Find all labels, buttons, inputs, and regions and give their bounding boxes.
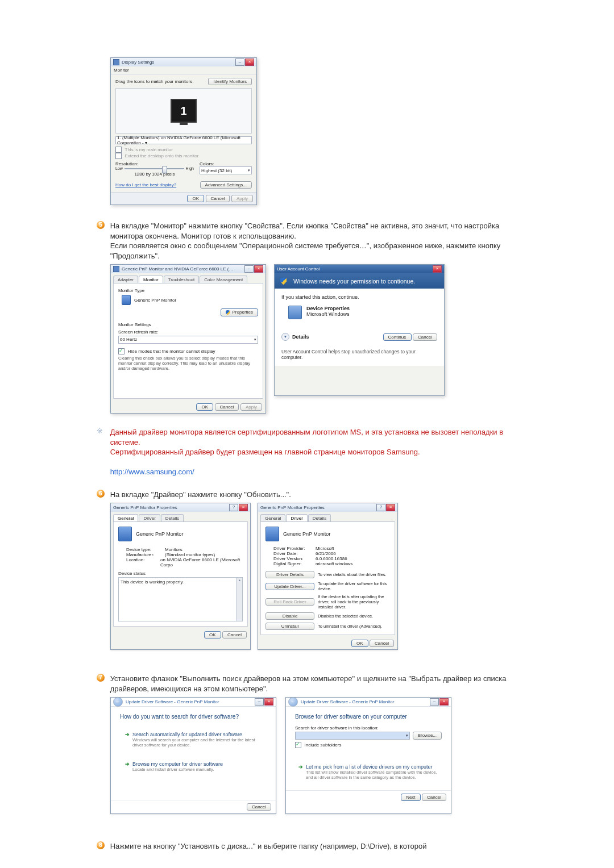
ok-button[interactable]: OK [351, 640, 368, 647]
device-name: Generic PnP Monitor [136, 531, 183, 537]
driver-details-button[interactable]: Driver Details [265, 571, 314, 578]
close-icon[interactable]: × [386, 504, 395, 511]
tab-driver[interactable]: Driver [139, 514, 160, 521]
back-icon[interactable]: ← [113, 697, 123, 707]
uac-device-props: Device Properties [306, 306, 350, 311]
step-8-badge: 8 [97, 841, 105, 849]
next-button[interactable]: Next [401, 794, 420, 801]
ok-button[interactable]: OK [204, 631, 221, 639]
tab-general[interactable]: General [260, 514, 285, 521]
close-icon[interactable]: × [239, 504, 248, 511]
arrow-right-icon: ➔ [125, 732, 130, 748]
close-icon[interactable]: × [245, 59, 254, 66]
uac-publisher: Microsoft Windows [306, 311, 350, 317]
tab-details[interactable]: Details [161, 514, 184, 521]
ms-cert-note-2: Сертифицированный драйвер будет размещен… [110, 448, 420, 456]
monitor-select-dropdown[interactable]: 1. (Multiple Monitors) on NVIDIA GeForce… [115, 136, 252, 144]
step-8-text: Нажмите на кнопку "Установить с диска...… [110, 841, 508, 852]
tab-troubleshoot[interactable]: Troubleshoot [164, 276, 199, 283]
extend-desktop-checkbox [115, 153, 122, 159]
step-7-text: Установите флажок "Выполнить поиск драйв… [110, 674, 508, 694]
version-label: Driver Version: [273, 556, 316, 561]
hide-modes-checkbox[interactable] [118, 348, 125, 354]
pick-from-list-option[interactable]: ➔ Let me pick from a list of device driv… [295, 761, 442, 783]
breadcrumb: Update Driver Software - Generic PnP Mon… [301, 699, 394, 704]
tab-color-management[interactable]: Color Management [200, 276, 247, 283]
refresh-rate-dropdown[interactable]: 60 Hertz▾ [118, 336, 258, 344]
minimize-icon[interactable]: – [244, 265, 254, 273]
window-title: Generic PnP Monitor and NVIDIA GeForce 6… [122, 266, 235, 272]
ok-button[interactable]: OK [196, 403, 213, 411]
pnp-general-window: Generic PnP Monitor Properties ?× Genera… [110, 503, 251, 650]
help-icon[interactable]: ? [229, 504, 238, 511]
step-6-text: На вкладке "Драйвер" нажмите кнопку "Обн… [110, 490, 508, 500]
colors-label: Colors: [200, 161, 252, 166]
window-title: User Account Control [277, 266, 320, 272]
update-driver-button[interactable]: Update Driver... [265, 583, 314, 590]
samsung-url[interactable]: http://www.samsung.com/ [110, 468, 194, 476]
colors-dropdown[interactable]: Highest (32 bit)▾ [200, 166, 252, 174]
advanced-settings-button[interactable]: Advanced Settings... [200, 181, 252, 189]
location-input[interactable]: ▾ [295, 732, 410, 740]
monitor-icon [265, 527, 279, 541]
minimize-icon[interactable]: – [430, 698, 439, 706]
breadcrumb: Update Driver Software - Generic PnP Mon… [126, 699, 219, 704]
step-7-badge: 7 [97, 674, 105, 682]
ok-button[interactable]: OK [187, 195, 204, 202]
close-icon[interactable]: × [439, 698, 449, 706]
continue-button[interactable]: Continue [383, 333, 412, 341]
chevron-down-icon[interactable]: ▾ [281, 333, 289, 341]
minimize-icon[interactable]: – [235, 59, 244, 66]
resolution-slider[interactable] [125, 168, 184, 169]
scrollbar[interactable]: ▴ [236, 578, 242, 621]
tab-adapter[interactable]: Adapter [113, 276, 138, 283]
monitor-properties-window: Generic PnP Monitor and NVIDIA GeForce 6… [110, 264, 266, 414]
cancel-button[interactable]: Cancel [247, 803, 271, 811]
tab-monitor[interactable]: Monitor [139, 276, 163, 283]
cancel-button[interactable]: Cancel [206, 195, 230, 202]
cancel-button[interactable]: Cancel [222, 631, 247, 639]
device-icon [288, 306, 302, 319]
close-icon[interactable]: × [264, 698, 273, 706]
driver-wizard-search-window: ← Update Driver Software - Generic PnP M… [110, 697, 276, 814]
refresh-rate-label: Screen refresh rate: [118, 329, 258, 335]
uninstall-desc: To uninstall the driver (Advanced). [318, 624, 390, 629]
uac-footer: User Account Control helps stop unauthor… [281, 349, 437, 360]
menu-bar[interactable]: Monitor [111, 66, 256, 74]
search-automatically-option[interactable]: ➔ Search automatically for updated drive… [120, 727, 267, 753]
identify-monitors-button[interactable]: Identify Monitors [208, 78, 252, 85]
browse-button[interactable]: Browse... [413, 732, 442, 740]
window-icon [113, 266, 119, 272]
close-icon[interactable]: × [254, 265, 263, 273]
window-title: Display Settings [122, 60, 154, 65]
tab-general[interactable]: General [113, 514, 138, 521]
resolution-value: 1280 by 1024 pixels [115, 172, 194, 177]
device-type-label: Device type: [126, 547, 165, 552]
include-subfolders-checkbox[interactable] [295, 742, 301, 748]
back-icon[interactable]: ← [288, 697, 298, 707]
rollback-driver-button: Roll Back Driver [265, 598, 314, 606]
help-icon[interactable]: ? [376, 504, 385, 511]
browse-computer-option[interactable]: ➔ Browse my computer for driver software… [120, 756, 267, 777]
monitor-settings-label: Monitor Settings [118, 322, 258, 327]
disable-button[interactable]: Disable [265, 612, 314, 620]
rollback-driver-desc: If the device fails after updating the d… [318, 594, 390, 610]
uninstall-button[interactable]: Uninstall [265, 623, 314, 630]
monitor-preview-icon[interactable]: 1 [171, 99, 197, 123]
minimize-icon[interactable]: – [255, 698, 264, 706]
step-6-badge: 6 [97, 490, 105, 498]
best-display-link[interactable]: How do I get the best display? [115, 182, 176, 187]
cancel-button[interactable]: Cancel [215, 403, 239, 411]
wizard-heading: How do you want to search for driver sof… [120, 713, 267, 720]
version-value: 6.0.6000.16386 [316, 556, 347, 561]
uac-details-toggle[interactable]: Details [292, 334, 309, 340]
window-title: Generic PnP Monitor Properties [260, 505, 325, 510]
close-icon[interactable]: × [433, 265, 442, 273]
cancel-button[interactable]: Cancel [422, 794, 446, 801]
monitor-properties-button[interactable]: Properties [221, 308, 258, 316]
cancel-button[interactable]: Cancel [370, 640, 394, 647]
tab-driver[interactable]: Driver [286, 514, 307, 521]
cancel-button[interactable]: Cancel [413, 333, 437, 341]
tab-details[interactable]: Details [308, 514, 331, 521]
window-icon [113, 59, 119, 65]
